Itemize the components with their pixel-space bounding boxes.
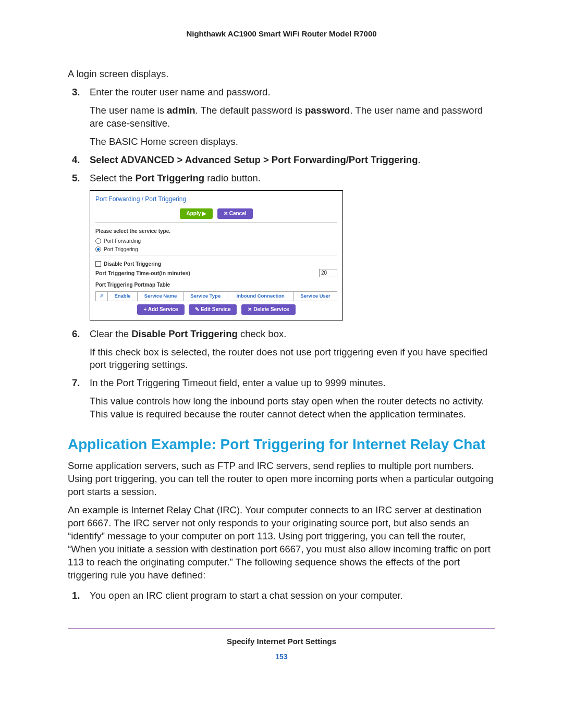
apply-button[interactable]: Apply ▶ (180, 208, 213, 219)
step-3: 3. Enter the router user name and passwo… (68, 86, 495, 149)
edit-service-button[interactable]: ✎ Edit Service (189, 304, 237, 315)
add-service-button[interactable]: + Add Service (137, 304, 184, 315)
panel-title: Port Forwarding / Port Triggering (95, 195, 337, 203)
radio-port-forwarding[interactable]: Port Forwarding (95, 238, 337, 245)
footer-page-number: 153 (68, 652, 495, 662)
step-6-bold: Disable Port Triggering (131, 328, 238, 339)
step-6-num: 6. (72, 328, 80, 341)
section-p1: Some application servers, such as FTP an… (68, 460, 495, 499)
step-6-pre: Clear the (90, 328, 131, 339)
step-4: 4. Select ADVANCED > Advanced Setup > Po… (68, 154, 495, 167)
col-inbound: Inbound Connection (227, 292, 294, 301)
step-6-detail: If this check box is selected, the route… (90, 346, 495, 372)
step-7-detail: This value controls how long the inbound… (90, 395, 495, 421)
col-service-user: Service User (294, 292, 337, 301)
irc-step-1-text: You open an IRC client program to start … (90, 590, 403, 601)
step-4-pre: Select (90, 154, 120, 165)
login-displays: A login screen displays. (68, 68, 495, 81)
step-4-path: ADVANCED > Advanced Setup > Port Forward… (120, 154, 418, 165)
col-service-type: Service Type (184, 292, 227, 301)
irc-step-1: 1. You open an IRC client program to sta… (68, 589, 495, 602)
step-6-post: check box. (238, 328, 287, 339)
step-7: 7. In the Port Triggering Timeout field,… (68, 377, 495, 421)
cancel-button[interactable]: ✕ Cancel (217, 208, 253, 219)
section-p2: An example is Internet Relay Chat (IRC).… (68, 504, 495, 582)
step-3-detail: The user name is admin. The default pass… (90, 104, 495, 130)
step-4-num: 4. (72, 154, 80, 167)
divider (95, 255, 337, 255)
radio-icon (95, 238, 101, 244)
step-4-post: . (418, 154, 420, 165)
col-service-name: Service Name (138, 292, 184, 301)
doc-header: Nighthawk AC1900 Smart WiFi Router Model… (68, 29, 495, 39)
portmap-table: # Enable Service Name Service Type Inbou… (95, 291, 337, 301)
timeout-input[interactable]: 20 (319, 269, 337, 277)
admin-bold: admin (167, 105, 195, 116)
step-5: 5. Select the Port Triggering radio butt… (68, 172, 495, 185)
section-heading: Application Example: Port Triggering for… (68, 436, 495, 453)
radio-port-triggering[interactable]: Port Triggering (95, 246, 337, 253)
password-bold: password (305, 105, 350, 116)
step-3-text: Enter the router user name and password. (90, 87, 271, 97)
divider (95, 222, 337, 223)
step-3-num: 3. (72, 86, 80, 99)
step-5-post: radio button. (204, 172, 261, 183)
step-6: 6. Clear the Disable Port Triggering che… (68, 328, 495, 372)
col-enable: Enable (108, 292, 138, 301)
step-5-bold: Port Triggering (135, 172, 204, 183)
radio2-label: Port Triggering (104, 246, 138, 253)
footer-title: Specify Internet Port Settings (68, 636, 495, 647)
step-5-pre: Select the (90, 172, 135, 183)
irc-step-1-num: 1. (72, 589, 80, 602)
timeout-label: Port Triggering Time-out(in minutes) (95, 269, 190, 277)
radio-icon-checked (95, 246, 101, 252)
checkbox-icon (95, 261, 101, 267)
router-screenshot: Port Forwarding / Port Triggering Apply … (90, 190, 343, 320)
step-5-num: 5. (72, 172, 80, 185)
step-3-mid: . The default password is (195, 105, 305, 116)
disable-label: Disable Port Triggering (104, 261, 161, 268)
select-service-label: Please select the service type. (95, 228, 337, 235)
footer-divider (68, 628, 495, 629)
radio1-label: Port Forwarding (104, 238, 141, 245)
step-7-text: In the Port Triggering Timeout field, en… (90, 377, 386, 388)
step-7-num: 7. (72, 377, 80, 390)
portmap-label: Port Triggering Portmap Table (95, 281, 337, 289)
col-hash: # (96, 292, 108, 301)
step-3-pre: The user name is (90, 105, 167, 116)
disable-port-triggering[interactable]: Disable Port Triggering (95, 261, 337, 268)
basic-home: The BASIC Home screen displays. (90, 135, 495, 149)
delete-service-button[interactable]: ✕ Delete Service (241, 304, 295, 315)
